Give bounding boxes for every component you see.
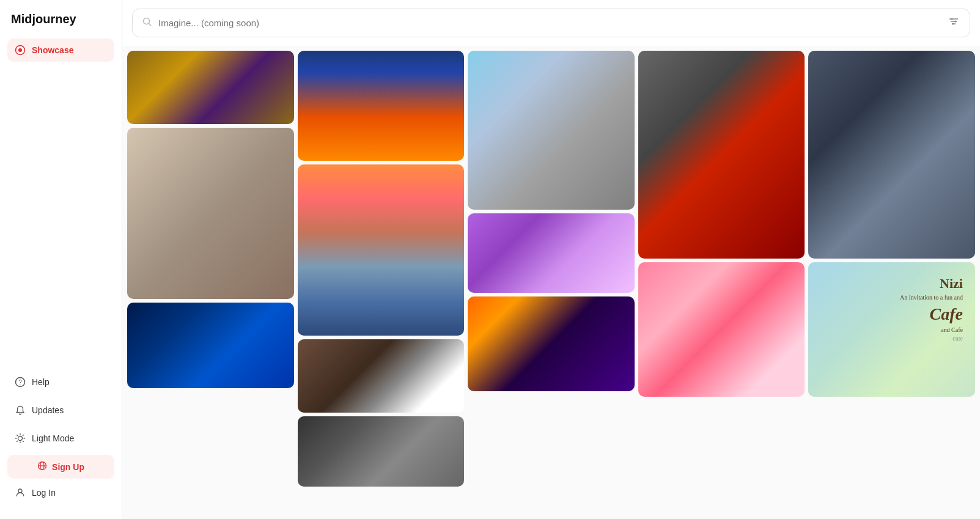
svg-point-22 (951, 18, 953, 20)
help-item[interactable]: ? Help (7, 370, 114, 394)
login-item[interactable]: Log In (7, 481, 114, 504)
app-logo: Midjourney (7, 12, 114, 26)
filter-icon[interactable] (948, 15, 960, 31)
showcase-icon (15, 45, 26, 56)
gallery-item-blue-statue[interactable] (127, 303, 294, 388)
gallery-item-ice-cream[interactable] (638, 262, 805, 397)
gallery-item-yoga[interactable] (127, 128, 294, 299)
light-mode-icon (15, 433, 26, 444)
svg-point-17 (144, 18, 150, 24)
updates-label: Updates (32, 405, 64, 415)
light-mode-item[interactable]: Light Mode (7, 427, 114, 450)
gallery-item-paris-cat[interactable] (468, 51, 635, 210)
gallery-item-redhead[interactable] (638, 51, 805, 259)
login-label: Log In (32, 488, 56, 498)
showcase-label: Showcase (32, 45, 73, 55)
gallery-item-fire-water[interactable] (298, 51, 465, 161)
svg-line-12 (17, 441, 18, 442)
gallery-item-doll-room[interactable] (468, 213, 635, 293)
globe-icon (37, 461, 47, 473)
svg-line-18 (149, 23, 152, 26)
gallery-item-sunset-lake[interactable] (298, 164, 465, 336)
masonry-col-3 (638, 51, 805, 397)
svg-line-10 (23, 441, 24, 442)
help-icon: ? (15, 377, 26, 388)
masonry-col-2 (468, 51, 635, 391)
masonry-col-4: Nizi An invitation to a fun and Cafe and… (808, 51, 975, 397)
sign-up-button[interactable]: Sign Up (7, 455, 114, 479)
svg-line-9 (17, 435, 18, 436)
gallery-item-cyber-woman[interactable] (468, 296, 635, 391)
svg-line-11 (23, 435, 24, 436)
svg-point-1 (18, 48, 22, 52)
gallery-item-nizi-cafe[interactable]: Nizi An invitation to a fun and Cafe and… (808, 262, 975, 397)
user-icon (15, 487, 26, 498)
sidebar: Midjourney Showcase ? Help (0, 0, 122, 519)
main-content: Nizi An invitation to a fun and Cafe and… (122, 0, 980, 519)
svg-point-23 (955, 21, 957, 23)
gallery-item-necklace[interactable] (298, 416, 465, 487)
light-mode-label: Light Mode (32, 433, 74, 443)
help-label: Help (32, 377, 50, 387)
gallery-item-gold-ornate[interactable] (127, 51, 294, 124)
search-icon (142, 17, 152, 29)
masonry-col-1 (298, 51, 465, 487)
search-bar (122, 0, 980, 46)
sidebar-bottom: ? Help Updates (7, 370, 114, 507)
updates-item[interactable]: Updates (7, 399, 114, 422)
svg-text:?: ? (18, 379, 22, 386)
svg-point-24 (952, 23, 954, 25)
masonry-grid: Nizi An invitation to a fun and Cafe and… (127, 51, 975, 487)
svg-point-4 (18, 436, 23, 441)
gallery-item-coffee[interactable] (298, 339, 465, 413)
gallery-item-soldier[interactable] (808, 51, 975, 259)
sidebar-item-showcase[interactable]: Showcase (7, 39, 114, 62)
sign-up-label: Sign Up (52, 462, 84, 472)
search-input[interactable] (158, 18, 941, 28)
search-container (132, 9, 970, 37)
bell-icon (15, 405, 26, 416)
svg-point-16 (18, 489, 22, 493)
masonry-col-0 (127, 51, 294, 388)
gallery: Nizi An invitation to a fun and Cafe and… (122, 46, 980, 519)
